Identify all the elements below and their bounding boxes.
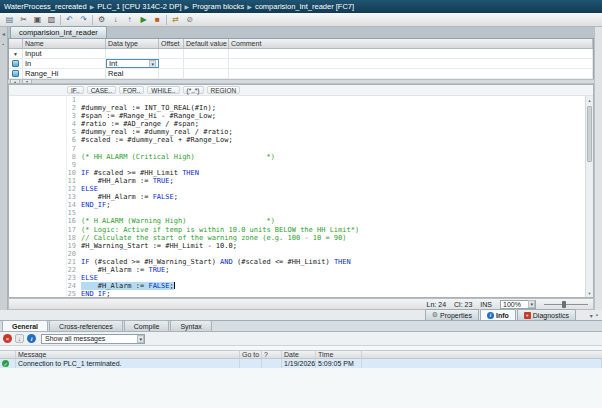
column-header-data-type[interactable]: Data type — [106, 39, 159, 48]
interface-row-input-section[interactable]: ▼ Input — [9, 49, 593, 59]
code-line[interactable]: 16(* H ALARM (Warning High) *) — [9, 217, 585, 225]
column-header-status[interactable] — [0, 351, 16, 358]
tab-cross-references[interactable]: Cross-references — [49, 320, 123, 331]
message-goto[interactable] — [240, 359, 262, 368]
default-value-cell[interactable] — [184, 59, 229, 68]
cut-icon[interactable]: ✂ — [18, 14, 29, 25]
snippet-button-for[interactable]: FOR.. — [119, 86, 144, 94]
zoom-dropdown-icon[interactable]: ▾ — [528, 300, 535, 308]
code-line[interactable]: 1 — [9, 96, 585, 104]
zoom-select[interactable]: 100% ▾ — [500, 300, 536, 309]
code-line[interactable]: 19#H_Warning_Start := #HH_Limit - 10.0; — [9, 242, 585, 250]
code-line[interactable]: 12ELSE — [9, 185, 585, 193]
expand-project-tree-icon[interactable]: ◄ — [1, 31, 6, 37]
code-line[interactable]: 21IF (#scaled >= #H_Warning_Start) AND (… — [9, 258, 585, 266]
upload-from-device-icon[interactable]: ↑ — [124, 14, 135, 25]
paste-icon[interactable]: ▧ — [46, 14, 57, 25]
data-type-cell[interactable]: Int ▾ — [106, 59, 159, 68]
comment-cell[interactable] — [229, 49, 593, 58]
scroll-down-icon[interactable]: ▼ — [586, 289, 593, 297]
slider-thumb[interactable] — [562, 301, 566, 308]
pin-project-tree-icon[interactable]: ▪ — [3, 41, 5, 47]
code-line[interactable]: 11 #HH_Alarm := TRUE; — [9, 177, 585, 185]
variable-name[interactable]: Range_Hi — [23, 69, 106, 78]
column-header-offset[interactable]: Offset — [159, 39, 184, 48]
breadcrumb-plc[interactable]: PLC_1 [CPU 314C-2 DP] — [97, 2, 181, 11]
variable-name[interactable]: In — [23, 59, 106, 68]
go-online-icon[interactable]: ⇄ — [170, 14, 181, 25]
code-line[interactable]: 3#span := #Range_Hi - #Range_Low; — [9, 112, 585, 120]
undo-icon[interactable]: ↶ — [64, 14, 75, 25]
comment-cell[interactable] — [229, 59, 593, 68]
data-type-cell[interactable]: Real — [106, 69, 159, 78]
breadcrumb-block[interactable]: comparision_Int_reader [FC7] — [255, 2, 354, 11]
code-line[interactable]: 25END_IF; — [9, 290, 585, 297]
data-type-dropdown-icon[interactable]: ▾ — [149, 60, 156, 68]
compile-icon[interactable]: ⚙ — [96, 14, 107, 25]
code-line[interactable]: 13 #HH_Alarm := FALSE; — [9, 193, 585, 201]
code-line[interactable]: 10IF #scaled >= #HH_Limit THEN — [9, 169, 585, 177]
comment-cell[interactable] — [229, 69, 593, 78]
code-line[interactable]: 2#dummy_real := INT_TO_REAL(#In); — [9, 104, 585, 112]
tab-info[interactable]: i Info — [480, 309, 516, 320]
collapse-section-icon[interactable]: ▼ — [13, 51, 18, 57]
code-line[interactable]: 5#dummy_real := #dummy_real / #ratio; — [9, 128, 585, 136]
column-header-help[interactable]: ? — [262, 351, 282, 358]
snippet-button-case[interactable]: CASE.. — [87, 86, 116, 94]
message-filter-select[interactable]: Show all messages ▾ — [41, 334, 145, 344]
tab-compile[interactable]: Compile — [124, 320, 170, 331]
column-header-time[interactable]: Time — [316, 351, 362, 358]
save-project-icon[interactable]: ▤ — [4, 14, 15, 25]
tab-comparision-int-reader[interactable]: comparision_Int_reader — [10, 26, 107, 38]
breadcrumb-project[interactable]: WaterProcess_recreated — [4, 2, 87, 11]
code-line[interactable]: 6#scaled := #dummy_real + #Range_Low; — [9, 136, 585, 144]
collapse-inspector-icon[interactable]: ▾ — [590, 312, 593, 319]
redo-icon[interactable]: ↷ — [78, 14, 89, 25]
scrollbar-thumb[interactable] — [587, 106, 592, 162]
snippet-button-region[interactable]: REGION — [207, 86, 241, 94]
code-line[interactable]: 8(* HH ALARM (Critical High) *) — [9, 153, 585, 161]
goto-next-error-icon[interactable]: ↓ — [15, 334, 24, 343]
code-lines[interactable]: 12#dummy_real := INT_TO_REAL(#In);3#span… — [9, 96, 585, 297]
interface-row-range-hi[interactable]: Range_Hi Real — [9, 69, 593, 79]
code-line[interactable]: 15 — [9, 209, 585, 217]
snippet-button-if[interactable]: IF.. — [67, 86, 84, 94]
message-help[interactable] — [262, 359, 282, 368]
code-line[interactable]: 7 — [9, 145, 585, 153]
start-cpu-icon[interactable]: ▶ — [138, 14, 149, 25]
stop-cpu-icon[interactable]: ■ — [152, 14, 163, 25]
message-filter-dropdown-icon[interactable]: ▾ — [137, 335, 144, 343]
download-to-device-icon[interactable]: ↓ — [110, 14, 121, 25]
default-value-cell[interactable] — [184, 49, 229, 58]
zoom-slider[interactable] — [544, 300, 588, 309]
column-header-default-value[interactable]: Default value — [184, 39, 229, 48]
tab-general[interactable]: General — [2, 320, 48, 331]
float-inspector-icon[interactable]: ▪ — [596, 312, 598, 319]
column-header-goto[interactable]: Go to — [240, 351, 262, 358]
code-line[interactable]: 17(* Logic: Active if temp is within 10.… — [9, 226, 585, 234]
column-header-message[interactable]: Message — [16, 351, 240, 358]
snippet-button-[interactable]: (*..*) — [183, 86, 204, 94]
filter-errors-icon[interactable]: × — [3, 334, 12, 343]
code-line[interactable]: 4#ratio := #AD_range / #span; — [9, 120, 585, 128]
code-line[interactable]: 24 #H_Alarm := FALSE; — [9, 282, 585, 290]
copy-icon[interactable]: ▣ — [32, 14, 43, 25]
interface-row-in[interactable]: In Int ▾ — [9, 59, 593, 69]
code-line[interactable]: 20 — [9, 250, 585, 258]
code-line[interactable]: 18// Calculate the start of the warning … — [9, 234, 585, 242]
editor-vertical-scrollbar[interactable]: ▲ ▼ — [585, 96, 593, 297]
scroll-up-icon[interactable]: ▲ — [586, 96, 593, 104]
code-line[interactable]: 9 — [9, 161, 585, 169]
message-row[interactable]: ✓ Connection to PLC_1 terminated. 1/19/2… — [0, 359, 602, 368]
tab-diagnostics[interactable]: + Diagnostics — [517, 309, 576, 320]
go-offline-icon[interactable]: ⊘ — [184, 14, 195, 25]
code-line[interactable]: 22 #H_Alarm := TRUE; — [9, 266, 585, 274]
column-header-comment[interactable]: Comment — [229, 39, 593, 48]
code-line[interactable]: 14END_IF; — [9, 201, 585, 209]
default-value-cell[interactable] — [184, 69, 229, 78]
column-header-date[interactable]: Date — [282, 351, 316, 358]
filter-info-icon[interactable]: i — [27, 334, 36, 343]
section-name[interactable]: Input — [23, 49, 106, 58]
tab-syntax[interactable]: Syntax — [170, 320, 211, 331]
data-type-cell[interactable] — [106, 49, 159, 58]
